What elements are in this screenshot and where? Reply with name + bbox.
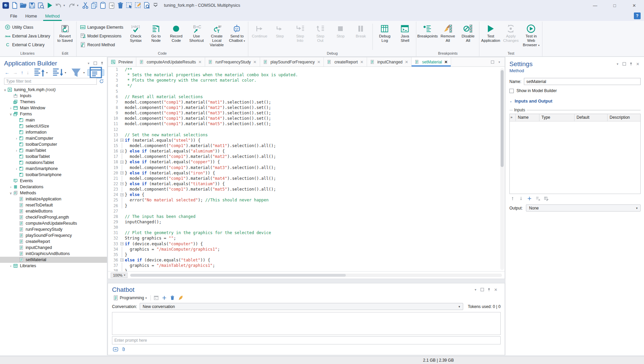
code-line-21[interactable]: 21 model.component("comp1").material("ma… bbox=[108, 176, 505, 181]
code-line-11[interactable]: 11model.component("comp1").material("mat… bbox=[108, 121, 505, 127]
copy-button[interactable] bbox=[90, 2, 98, 9]
ribbon-button-create-local-variable[interactable]: a=TCreate Local Variable bbox=[207, 23, 226, 48]
close-tab-icon[interactable]: ✕ bbox=[198, 60, 202, 64]
vertical-scrollbar[interactable] bbox=[500, 68, 504, 270]
code-line-18[interactable]: 18} else if (material.equals("copper")) … bbox=[108, 159, 505, 165]
editor-tab-setMaterial[interactable]: setMaterial✕ bbox=[412, 57, 451, 66]
float-window-icon[interactable] bbox=[480, 287, 484, 292]
tree-expander-icon[interactable]: › bbox=[14, 137, 19, 140]
filter-input[interactable] bbox=[4, 78, 97, 85]
table-expand-icon[interactable]: » bbox=[510, 114, 516, 121]
ribbon-button-revert-to-saved[interactable]: Revert to Saved bbox=[55, 23, 75, 43]
code-line-23[interactable]: 23 model.component("comp1").material("ma… bbox=[108, 187, 505, 192]
minimize-button[interactable]: — bbox=[585, 0, 605, 11]
insert-code-icon[interactable] bbox=[153, 295, 159, 301]
scrollbar-thumb[interactable] bbox=[130, 274, 346, 277]
column-header-type[interactable]: Type bbox=[539, 114, 575, 121]
ribbon-button-check-syntax[interactable]: [ABC]Check Syntax bbox=[126, 23, 145, 43]
tree-item-selectUISize[interactable]: selectUISize bbox=[0, 123, 107, 129]
fold-toggle-icon[interactable] bbox=[119, 181, 125, 187]
ribbon-button-utility-class[interactable]: Utility Class bbox=[3, 23, 52, 31]
code-line-37[interactable]: 37 graphics = "/mainTablet/graphics1"; bbox=[108, 263, 505, 268]
code-line-33[interactable]: 33if (device.equals("computer")) { bbox=[108, 241, 505, 247]
tree-item-mainComputer[interactable]: ›mainComputer bbox=[0, 135, 107, 141]
close-button[interactable]: ✕ bbox=[624, 0, 644, 11]
edit-table-icon[interactable] bbox=[544, 196, 549, 201]
tree-item-createReport[interactable]: createReport bbox=[0, 239, 107, 245]
ribbon-button-java-shell[interactable]: Java Shell bbox=[395, 23, 415, 43]
code-line-16[interactable]: 16} else if (material.equals("aluminum")… bbox=[108, 148, 505, 154]
code-line-1[interactable]: 1/** bbox=[108, 67, 505, 72]
fold-toggle-icon[interactable] bbox=[119, 170, 125, 176]
tree-item-Events[interactable]: Events bbox=[0, 178, 107, 184]
code-line-34[interactable]: 34 graphics = "/mainComputer/graphics1"; bbox=[108, 247, 505, 252]
tree-item-initializeApplication[interactable]: initializeApplication bbox=[0, 196, 107, 202]
tree-item-Themes[interactable]: Themes bbox=[0, 99, 107, 105]
menu-tab-home[interactable]: Home bbox=[21, 11, 41, 21]
close-panel-icon[interactable]: ✕ bbox=[636, 62, 640, 66]
code-line-35[interactable]: 35} bbox=[108, 252, 505, 257]
ribbon-button-send-to-chatbot[interactable]: Send to Chatbot ▾ bbox=[227, 23, 247, 43]
collapse-all-button[interactable]: ▾ bbox=[32, 69, 48, 76]
tree-item-Main Window[interactable]: ›Main Window bbox=[0, 105, 107, 111]
menu-tab-method[interactable]: Method bbox=[41, 11, 64, 21]
ribbon-button-use-shortcut[interactable]: B+CUse Shortcut bbox=[187, 23, 206, 43]
delete-button[interactable] bbox=[117, 2, 124, 9]
send-prompt-icon[interactable] bbox=[113, 346, 118, 352]
delete-conversation-icon[interactable] bbox=[170, 295, 175, 301]
maximize-button[interactable]: □ bbox=[605, 0, 624, 11]
tree-item-notationsTablet[interactable]: notationsTablet bbox=[0, 160, 107, 166]
tree-item-tuning_fork.mph[interactable]: ∨Atuning_fork.mph (root) bbox=[0, 87, 107, 93]
code-line-26[interactable]: 26} bbox=[108, 203, 505, 208]
pin-icon[interactable] bbox=[629, 62, 633, 66]
ribbon-button-remove-all[interactable]: Remove All bbox=[438, 23, 457, 43]
conversation-select[interactable]: New conversation ▾ bbox=[140, 303, 463, 310]
float-window-icon[interactable] bbox=[491, 60, 495, 64]
editor-tab-runFrequencyStudy[interactable]: runFrequencyStudy✕ bbox=[205, 57, 260, 66]
code-line-31[interactable]: 31// Plot the geometry in the graphics f… bbox=[108, 230, 505, 235]
new-conversation-icon[interactable] bbox=[162, 295, 167, 301]
editor-tab-computeAndUpdateResults[interactable]: computeAndUpdateResults✕ bbox=[136, 57, 205, 66]
code-line-14[interactable]: 14if (material.equals("steel")) { bbox=[108, 138, 505, 143]
code-line-38[interactable]: 38} bbox=[108, 268, 505, 271]
ribbon-button-language-elements[interactable]: ABCLanguage Elements bbox=[78, 23, 125, 31]
fold-toggle-icon[interactable] bbox=[119, 257, 125, 263]
pin-icon[interactable] bbox=[487, 287, 491, 292]
undo-button[interactable] bbox=[55, 2, 62, 9]
tree-expander-icon[interactable]: › bbox=[14, 149, 19, 152]
tree-item-playSoundForFrequency[interactable]: playSoundForFrequency bbox=[0, 232, 107, 239]
ribbon-button-record-code[interactable]: Record Code bbox=[166, 23, 186, 43]
prompt-input[interactable] bbox=[112, 338, 500, 343]
column-header-name[interactable]: Name bbox=[516, 114, 539, 121]
move-up-icon[interactable] bbox=[510, 196, 515, 201]
comsol-logo-button[interactable] bbox=[2, 2, 9, 9]
code-line-6[interactable]: 6// Reset all material selections bbox=[108, 94, 505, 100]
scrollbar-thumb[interactable] bbox=[501, 70, 504, 167]
tree-expander-icon[interactable]: ∨ bbox=[8, 112, 13, 116]
panel-menu-icon[interactable]: ▾ bbox=[473, 287, 478, 292]
code-line-17[interactable]: 17 model.component("comp1").material("ma… bbox=[108, 154, 505, 159]
chevron-down-icon[interactable]: ▾ bbox=[63, 4, 67, 7]
add-input-icon[interactable] bbox=[527, 196, 532, 201]
tree-item-mainSmartphone[interactable]: ›mainSmartphone bbox=[0, 166, 107, 172]
column-header-default[interactable]: Default bbox=[575, 114, 608, 121]
code-line-15[interactable]: 15 model.component("comp1").material("ma… bbox=[108, 143, 505, 148]
code-line-32[interactable]: 32String graphics = ""; bbox=[108, 235, 505, 241]
save-preview-button[interactable] bbox=[37, 2, 45, 9]
toggle-settings-view-button[interactable] bbox=[87, 69, 104, 76]
fold-toggle-icon[interactable] bbox=[119, 138, 125, 143]
refresh-filter-icon[interactable] bbox=[99, 79, 104, 84]
ribbon-button-external-c-library[interactable]: CExternal C Library bbox=[3, 40, 52, 49]
tree-expander-icon[interactable]: › bbox=[14, 167, 19, 171]
help-button[interactable]: ? bbox=[634, 12, 641, 19]
code-line-9[interactable]: 9model.component("comp1").material("mat3… bbox=[108, 110, 505, 116]
output-select[interactable]: None ▾ bbox=[526, 204, 641, 212]
code-line-4[interactable]: 4 */ bbox=[108, 83, 505, 88]
expand-all-button[interactable]: ▾ bbox=[50, 69, 67, 76]
code-line-8[interactable]: 8model.component("comp1").material("mat2… bbox=[108, 105, 505, 110]
code-line-2[interactable]: 2 * Sets the material properties when th… bbox=[108, 72, 505, 78]
attach-file-icon[interactable] bbox=[121, 347, 126, 352]
code-line-10[interactable]: 10model.component("comp1").material("mat… bbox=[108, 116, 505, 121]
editor-tab-createReport[interactable]: createReport✕ bbox=[324, 57, 367, 66]
code-line-24[interactable]: 24} else { bbox=[108, 192, 505, 197]
